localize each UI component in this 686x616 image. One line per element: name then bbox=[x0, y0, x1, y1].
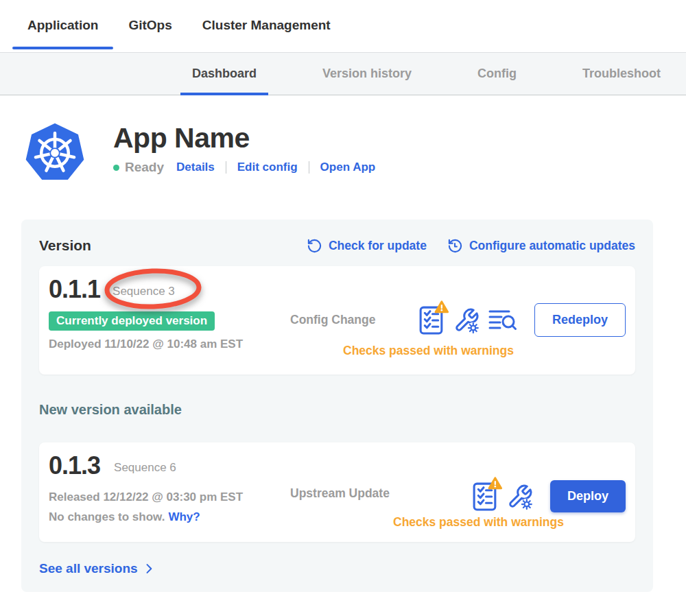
checks-status-text: Checks passed with warnings bbox=[393, 515, 564, 530]
current-version-card: 0.1.1 Sequence 3 Currently deployed vers… bbox=[39, 266, 635, 375]
page-title: App Name bbox=[113, 123, 375, 154]
configure-automatic-updates-label: Configure automatic updates bbox=[469, 239, 635, 253]
version-panel: Version Check for update Configure autom… bbox=[21, 220, 653, 592]
redeploy-button[interactable]: Redeploy bbox=[534, 303, 626, 337]
checks-status-text: Checks passed with warnings bbox=[343, 344, 514, 358]
tab-troubleshoot[interactable]: Troubleshoot bbox=[571, 53, 672, 95]
top-tab-application[interactable]: Application bbox=[12, 0, 113, 52]
see-all-versions-label: See all versions bbox=[39, 561, 138, 576]
available-version-card: 0.1.3 Sequence 6 Released 12/12/22 @ 03:… bbox=[39, 442, 635, 542]
app-status-label: Ready bbox=[125, 160, 164, 175]
kubernetes-icon bbox=[24, 121, 86, 183]
view-diff-icon[interactable] bbox=[488, 307, 517, 333]
chevron-right-icon bbox=[142, 562, 156, 576]
divider bbox=[309, 161, 309, 174]
see-all-versions-link[interactable]: See all versions bbox=[39, 561, 156, 576]
preflight-checks-warning-icon[interactable] bbox=[473, 481, 498, 512]
warning-triangle-icon bbox=[436, 302, 447, 312]
new-version-heading: New version available bbox=[39, 402, 635, 418]
tab-version-history[interactable]: Version history bbox=[311, 53, 423, 95]
wrench-config-icon[interactable] bbox=[453, 307, 480, 333]
open-app-link[interactable]: Open App bbox=[320, 161, 376, 174]
app-sub-nav: Dashboard Version history Config Trouble… bbox=[0, 52, 686, 95]
why-link[interactable]: Why? bbox=[168, 510, 200, 523]
wrench-config-icon[interactable] bbox=[507, 484, 533, 510]
tab-config[interactable]: Config bbox=[466, 53, 528, 95]
top-tab-cluster-management[interactable]: Cluster Management bbox=[187, 0, 346, 52]
released-timestamp: Released 12/12/22 @ 03:30 pm EST bbox=[49, 490, 290, 504]
tab-dashboard[interactable]: Dashboard bbox=[180, 53, 268, 95]
check-for-update-label: Check for update bbox=[329, 239, 427, 253]
currently-deployed-badge: Currently deployed version bbox=[49, 311, 215, 331]
version-panel-title: Version bbox=[39, 237, 91, 254]
warning-triangle-icon bbox=[489, 478, 501, 488]
deployed-timestamp: Deployed 11/10/22 @ 10:48 am EST bbox=[49, 337, 290, 351]
scheduled-update-icon bbox=[447, 238, 463, 254]
app-header: App Name Ready Details Edit config Open … bbox=[24, 121, 686, 183]
top-tab-gitops[interactable]: GitOps bbox=[113, 0, 187, 52]
refresh-icon bbox=[307, 238, 322, 254]
status-dot-icon bbox=[113, 165, 119, 171]
divider bbox=[226, 161, 226, 174]
available-version-number: 0.1.3 bbox=[49, 452, 100, 479]
deploy-button[interactable]: Deploy bbox=[550, 480, 626, 513]
top-nav: Application GitOps Cluster Management bbox=[0, 0, 686, 52]
available-sequence-label: Sequence 6 bbox=[114, 457, 176, 475]
details-link[interactable]: Details bbox=[176, 161, 215, 174]
check-for-update-button[interactable]: Check for update bbox=[307, 238, 427, 254]
available-version-source: Upstream Update bbox=[290, 486, 410, 532]
no-changes-note: No changes to show.Why? bbox=[49, 510, 290, 524]
current-sequence-label: Sequence 3 bbox=[113, 281, 175, 298]
configure-automatic-updates-button[interactable]: Configure automatic updates bbox=[447, 238, 635, 254]
preflight-checks-warning-icon[interactable] bbox=[419, 305, 445, 335]
current-version-number: 0.1.1 bbox=[49, 276, 100, 303]
edit-config-link[interactable]: Edit config bbox=[237, 161, 298, 174]
